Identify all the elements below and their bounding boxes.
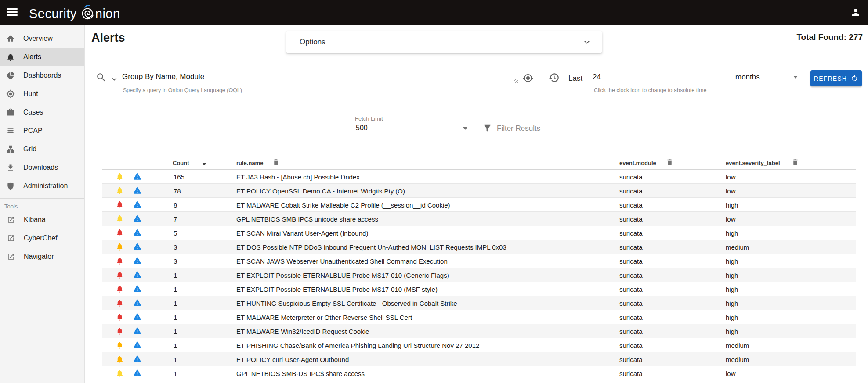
event-module-cell[interactable]: suricata xyxy=(619,300,643,307)
event-module-cell[interactable]: suricata xyxy=(619,258,643,265)
sidebar-item-hunt[interactable]: Hunt xyxy=(0,85,84,103)
alert-warning-icon[interactable] xyxy=(133,243,141,251)
severity-cell[interactable]: low xyxy=(726,187,736,195)
count-cell[interactable]: 5 xyxy=(174,229,177,237)
alert-warning-icon[interactable] xyxy=(133,341,141,349)
sidebar-item-overview[interactable]: Overview xyxy=(0,29,84,48)
severity-bell-icon[interactable] xyxy=(116,186,124,195)
severity-cell[interactable]: medium xyxy=(726,356,749,363)
alert-warning-icon[interactable] xyxy=(133,186,141,195)
severity-bell-icon[interactable] xyxy=(116,271,124,279)
rule-name-cell[interactable]: ET DOS Possible NTP DDoS Inbound Frequen… xyxy=(236,243,506,251)
options-panel-toggle[interactable]: Options xyxy=(286,31,602,53)
sidebar-item-pcap[interactable]: PCAP xyxy=(0,122,84,140)
severity-bell-icon[interactable] xyxy=(116,369,124,377)
alert-warning-icon[interactable] xyxy=(133,215,141,223)
rule-name-cell[interactable]: ET SCAN JAWS Webserver Unauthenticated S… xyxy=(236,258,448,265)
sidebar-item-cases[interactable]: Cases xyxy=(0,103,84,122)
resize-handle[interactable] xyxy=(514,79,518,83)
count-cell[interactable]: 1 xyxy=(174,272,177,279)
remove-column-rule-name-icon[interactable] xyxy=(272,158,280,166)
severity-cell[interactable]: high xyxy=(726,286,738,293)
sidebar-item-kibana[interactable]: Kibana xyxy=(0,211,84,229)
refresh-button[interactable]: REFRESH xyxy=(810,70,862,86)
event-module-cell[interactable]: suricata xyxy=(619,187,643,195)
event-module-cell[interactable]: suricata xyxy=(619,272,643,279)
alert-warning-icon[interactable] xyxy=(133,355,141,363)
severity-cell[interactable]: high xyxy=(726,272,738,279)
event-module-cell[interactable]: suricata xyxy=(619,215,643,223)
sidebar-item-alerts[interactable]: Alerts xyxy=(0,48,84,66)
sidebar-item-dashboards[interactable]: Dashboards xyxy=(0,66,84,85)
severity-bell-icon[interactable] xyxy=(116,172,124,181)
count-cell[interactable]: 1 xyxy=(174,342,177,349)
time-value-input[interactable] xyxy=(591,70,730,84)
count-cell[interactable]: 78 xyxy=(174,187,181,195)
query-input[interactable]: Group By Name, Module xyxy=(122,70,518,84)
rule-name-cell[interactable]: ET MALWARE Meterpreter or Other Reverse … xyxy=(236,314,412,321)
rule-name-cell[interactable]: ET POLICY curl User-Agent Outbound xyxy=(236,356,349,363)
chevron-down-icon[interactable] xyxy=(583,39,590,46)
count-cell[interactable]: 8 xyxy=(174,201,177,209)
event-module-cell[interactable]: suricata xyxy=(619,342,643,349)
event-module-cell[interactable]: suricata xyxy=(619,243,643,251)
sidebar-item-administration[interactable]: Administration xyxy=(0,177,84,195)
rule-name-cell[interactable]: ET MALWARE Win32/IcedID Request Cookie xyxy=(236,328,369,335)
sidebar-item-cyberchef[interactable]: CyberChef xyxy=(0,229,84,247)
alert-warning-icon[interactable] xyxy=(133,172,141,181)
severity-cell[interactable]: high xyxy=(726,300,738,307)
severity-bell-icon[interactable] xyxy=(116,200,124,209)
filter-results-input[interactable] xyxy=(494,122,855,135)
search-icon[interactable] xyxy=(96,72,107,83)
menu-icon[interactable] xyxy=(7,8,18,17)
sidebar-item-grid[interactable]: Grid xyxy=(0,140,84,158)
severity-bell-icon[interactable] xyxy=(116,243,124,251)
event-module-cell[interactable]: suricata xyxy=(619,229,643,237)
count-cell[interactable]: 3 xyxy=(174,243,177,251)
count-cell[interactable]: 1 xyxy=(174,286,177,293)
rule-name-cell[interactable]: ET PHISHING Chase/Bank of America Phishi… xyxy=(236,342,479,349)
count-cell[interactable]: 1 xyxy=(174,370,177,377)
sort-descending-icon[interactable] xyxy=(202,163,206,165)
alert-warning-icon[interactable] xyxy=(133,369,141,377)
severity-bell-icon[interactable] xyxy=(116,257,124,265)
alert-warning-icon[interactable] xyxy=(133,299,141,307)
column-header-event-severity-label[interactable]: event.severity_label xyxy=(726,160,780,166)
event-module-cell[interactable]: suricata xyxy=(619,173,643,181)
alert-warning-icon[interactable] xyxy=(133,200,141,209)
count-cell[interactable]: 1 xyxy=(174,328,177,335)
event-module-cell[interactable]: suricata xyxy=(619,328,643,335)
count-cell[interactable]: 3 xyxy=(174,258,177,265)
severity-bell-icon[interactable] xyxy=(116,341,124,349)
severity-cell[interactable]: high xyxy=(726,314,738,321)
rule-name-cell[interactable]: ET EXPLOIT Possible ETERNALBLUE Probe MS… xyxy=(236,272,449,279)
time-unit-select[interactable]: months xyxy=(734,70,800,84)
alert-warning-icon[interactable] xyxy=(133,327,141,335)
severity-bell-icon[interactable] xyxy=(116,299,124,307)
alert-warning-icon[interactable] xyxy=(133,313,141,321)
count-cell[interactable]: 1 xyxy=(174,314,177,321)
event-module-cell[interactable]: suricata xyxy=(619,356,643,363)
rule-name-cell[interactable]: ET MALWARE Cobalt Strike Malleable C2 Pr… xyxy=(236,201,450,209)
alert-warning-icon[interactable] xyxy=(133,257,141,265)
severity-bell-icon[interactable] xyxy=(116,229,124,237)
severity-cell[interactable]: low xyxy=(726,215,736,223)
event-module-cell[interactable]: suricata xyxy=(619,370,643,377)
fetch-limit-select[interactable]: 500 xyxy=(355,123,471,135)
event-module-cell[interactable]: suricata xyxy=(619,201,643,209)
sidebar-item-downloads[interactable]: Downloads xyxy=(0,158,84,177)
sidebar-item-navigator[interactable]: Navigator xyxy=(0,247,84,266)
severity-cell[interactable]: low xyxy=(726,173,736,181)
rule-name-cell[interactable]: ET SCAN Mirai Variant User-Agent (Inboun… xyxy=(236,229,368,237)
severity-cell[interactable]: medium xyxy=(726,342,749,349)
severity-bell-icon[interactable] xyxy=(116,327,124,335)
column-header-rule-name[interactable]: rule.name xyxy=(236,160,263,166)
user-account-icon[interactable] xyxy=(850,7,861,18)
count-cell[interactable]: 165 xyxy=(174,173,184,181)
rule-name-cell[interactable]: ET HUNTING Suspicious Empty SSL Certific… xyxy=(236,300,457,307)
column-header-event-module[interactable]: event.module xyxy=(619,160,656,166)
count-cell[interactable]: 7 xyxy=(174,215,177,223)
target-icon[interactable] xyxy=(523,73,533,83)
severity-cell[interactable]: high xyxy=(726,328,738,335)
alert-warning-icon[interactable] xyxy=(133,285,141,293)
